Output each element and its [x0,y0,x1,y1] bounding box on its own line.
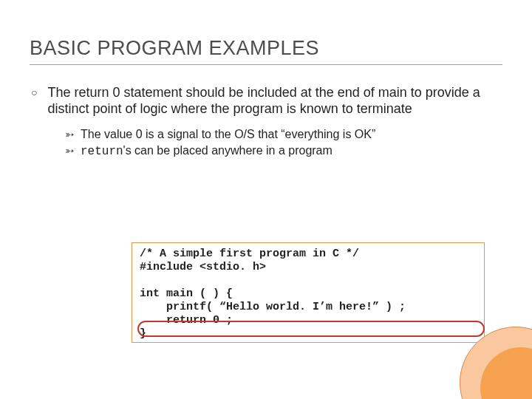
code-line-2: #include <stdio. h> [140,261,266,273]
main-bullet: ○ The return 0 statement should be inclu… [31,84,502,117]
main-bullet-text: The return 0 statement should be include… [47,84,491,117]
code-line-4: int main ( ) { [140,287,233,300]
sub-bullet-icon: ➳ [65,127,75,142]
sub-bullet-icon: ➳ [65,143,75,158]
sub-bullet-2-rest: 's can be placed anywhere in a program [123,144,332,157]
sub-bullet-2: ➳ return's can be placed anywhere in a p… [65,143,502,159]
code-line-1: /* A simple first program in C */ [140,248,359,260]
code-line-7: } [140,327,146,340]
sub-bullet-list: ➳ The value 0 is a signal to the O/S tha… [65,127,502,159]
code-word-return: return [81,145,123,158]
bullet-icon: ○ [31,84,37,100]
sub-bullet-1: ➳ The value 0 is a signal to the O/S tha… [65,127,502,142]
code-line-5: printf( “Hello world. I’m here!” ) ; [140,301,406,313]
page-title: BASIC PROGRAM EXAMPLES [30,37,502,60]
sub-bullet-2-text: return's can be placed anywhere in a pro… [81,143,332,159]
sub-bullet-1-text: The value 0 is a signal to the O/S that … [81,127,375,142]
code-example-box: /* A simple first program in C */ #inclu… [132,242,485,343]
title-underline [30,64,502,65]
slide: BASIC PROGRAM EXAMPLES ○ The return 0 st… [0,0,532,399]
code-line-6: return 0 ; [140,314,233,327]
